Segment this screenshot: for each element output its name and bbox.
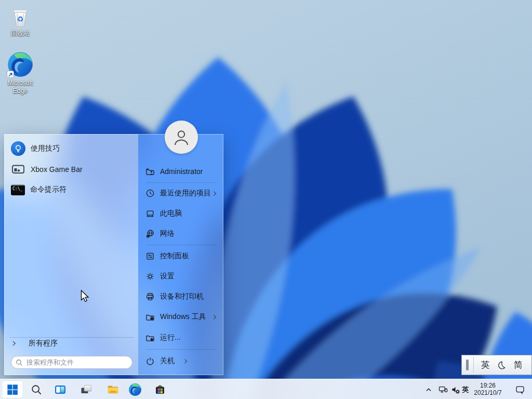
- start-menu-item-xbox-game-bar[interactable]: Xbox Game Bar: [5, 159, 138, 179]
- printer-icon: [145, 292, 155, 301]
- all-programs-button[interactable]: 所有程序: [5, 334, 138, 353]
- task-view-icon: [54, 383, 66, 396]
- start-menu-item-settings[interactable]: 设置: [138, 267, 223, 286]
- desktop-icon-label: Microsoft Edge: [8, 79, 33, 95]
- desktop-windows-button[interactable]: [76, 381, 97, 398]
- divider: [147, 245, 217, 245]
- tips-bulb-icon: [11, 141, 25, 156]
- start-menu-item-user[interactable]: Administrator: [138, 162, 223, 181]
- windows-logo-icon: [7, 384, 18, 395]
- ethernet-network-icon: [438, 385, 448, 394]
- file-explorer-button[interactable]: [102, 381, 123, 398]
- command-prompt-icon: C:\_: [11, 184, 25, 195]
- start-menu-item-windows-tools[interactable]: Windows 工具: [138, 307, 223, 327]
- chevron-right-icon: [11, 340, 17, 347]
- start-search-input[interactable]: [26, 358, 128, 366]
- folder-icon: [107, 383, 119, 396]
- start-menu-left-pane: 使用技巧 Xbox Game Bar C:\_ 命令提示符 所有程序: [4, 134, 138, 375]
- user-folder-icon: [145, 167, 155, 176]
- command-prompt-icon-text: C:\_: [12, 187, 22, 191]
- ime-language-bar[interactable]: 英 简: [461, 355, 532, 375]
- taskbar: 英 19:26 2021/10/7: [0, 379, 532, 399]
- start-menu-item-recent[interactable]: 最近使用的项目: [138, 183, 223, 203]
- desktop-icon-recycle-bin[interactable]: ♻ 回收站: [3, 4, 38, 37]
- run-icon: [145, 333, 155, 342]
- control-panel-icon: [145, 251, 155, 261]
- start-menu-item-control-panel[interactable]: 控制面板: [138, 246, 223, 266]
- taskbar-clock[interactable]: 19:26 2021/10/7: [471, 382, 505, 396]
- clock-time: 19:26: [471, 382, 505, 390]
- divider: [473, 357, 474, 373]
- start-menu-item-this-pc[interactable]: 此电脑: [138, 204, 223, 223]
- edge-button[interactable]: [125, 381, 145, 398]
- power-icon: [145, 356, 155, 366]
- game-bar-icon: [11, 162, 25, 177]
- computer-icon: [145, 209, 155, 218]
- edge-icon: [128, 383, 142, 396]
- start-menu-item-devices-printers[interactable]: 设备和打印机: [138, 287, 223, 307]
- svg-text:♻: ♻: [17, 15, 23, 24]
- network-globe-icon: [145, 229, 155, 238]
- tray-network-icon[interactable]: [436, 383, 450, 396]
- windows-desktop: { "desktop": { "icons": [ { "id": "recyc…: [0, 0, 532, 399]
- shortcut-arrow-icon: [7, 71, 14, 78]
- desktop-icon-label: 回收站: [11, 30, 30, 37]
- start-search[interactable]: [11, 356, 132, 369]
- divider: [147, 182, 217, 183]
- recycle-bin-icon: ♻: [8, 4, 32, 28]
- menu-item-label: 设备和打印机: [160, 292, 204, 301]
- speaker-muted-icon: [451, 385, 460, 394]
- start-menu: 使用技巧 Xbox Game Bar C:\_ 命令提示符 所有程序 Adm: [4, 134, 223, 375]
- start-menu-item-run[interactable]: 运行...: [138, 328, 223, 348]
- desktop-icon-microsoft-edge[interactable]: Microsoft Edge: [3, 51, 38, 95]
- stacked-windows-icon: [80, 383, 92, 396]
- menu-item-label: 控制面板: [160, 251, 189, 261]
- start-menu-item-tips[interactable]: 使用技巧: [5, 139, 138, 158]
- gear-icon: [145, 272, 155, 281]
- start-menu-item-shutdown[interactable]: 关机: [138, 351, 223, 371]
- menu-item-label: 使用技巧: [31, 144, 60, 153]
- store-bag-icon: [154, 383, 166, 396]
- start-button[interactable]: [2, 381, 23, 398]
- taskbar-search-button[interactable]: [26, 381, 47, 398]
- store-button[interactable]: [150, 381, 170, 398]
- start-menu-item-command-prompt[interactable]: C:\_ 命令提示符: [5, 180, 138, 200]
- menu-item-label: 最近使用的项目: [160, 189, 211, 198]
- user-avatar[interactable]: [165, 121, 198, 154]
- edge-icon: [7, 51, 34, 78]
- notification-center-button[interactable]: [512, 383, 528, 396]
- ime-language-mode[interactable]: 英: [481, 361, 490, 369]
- menu-item-label: Administrator: [160, 167, 203, 176]
- chevron-up-icon: [424, 385, 433, 394]
- ime-indicator-text: 英: [462, 385, 469, 394]
- ime-charset-mode[interactable]: 简: [514, 361, 523, 369]
- menu-item-label: 网络: [160, 229, 175, 238]
- ime-drag-handle-icon[interactable]: [466, 360, 469, 370]
- chevron-right-icon: [212, 314, 218, 320]
- clock-date: 2021/10/7: [471, 390, 505, 397]
- search-icon: [31, 384, 42, 395]
- chevron-right-icon: [212, 191, 218, 196]
- chevron-right-icon: [183, 358, 189, 364]
- tools-folder-icon: [145, 312, 155, 322]
- ime-halfwidth-moon-icon[interactable]: [497, 361, 507, 370]
- menu-item-label: 关机: [160, 356, 175, 366]
- menu-item-label: Xbox Game Bar: [31, 165, 83, 174]
- clock-icon: [145, 189, 155, 198]
- menu-item-label: 设置: [160, 272, 175, 281]
- person-icon: [171, 127, 192, 148]
- tray-ime-indicator[interactable]: 英: [460, 383, 471, 396]
- menu-item-label: Windows 工具: [160, 312, 206, 322]
- start-menu-item-network[interactable]: 网络: [138, 224, 223, 244]
- tray-hidden-icons-chevron[interactable]: [422, 383, 435, 396]
- notification-bubble-icon: [515, 385, 525, 394]
- task-view-button[interactable]: [50, 381, 71, 398]
- divider: [147, 349, 217, 350]
- all-programs-label: 所有程序: [29, 339, 58, 348]
- menu-item-label: 此电脑: [160, 209, 182, 218]
- search-icon: [16, 359, 23, 366]
- start-menu-right-pane: Administrator 最近使用的项目 此电脑 网络 控制面板 设置 设备和…: [138, 134, 223, 375]
- menu-item-label: 运行...: [160, 333, 181, 342]
- menu-item-label: 命令提示符: [30, 185, 66, 194]
